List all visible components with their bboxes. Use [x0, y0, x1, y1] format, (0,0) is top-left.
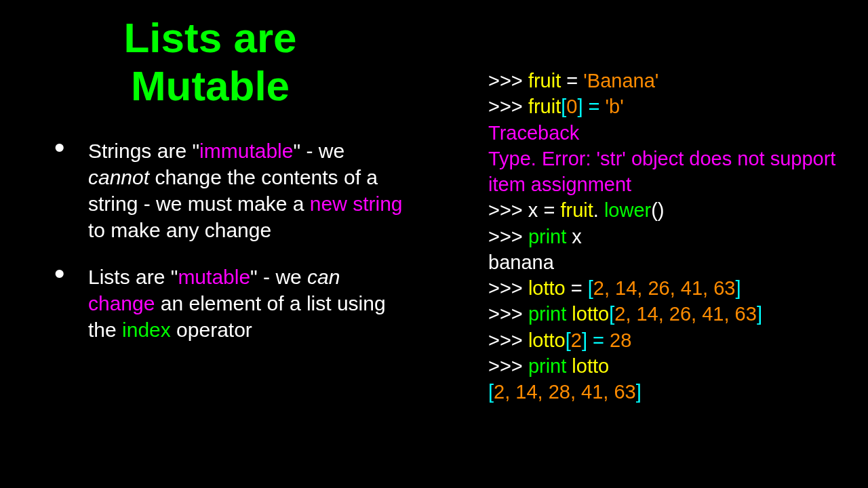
code-line: Type. Error: 'str' object does not suppo…	[488, 146, 841, 198]
bullet-list: Strings are "immutable" - we cannot chan…	[41, 138, 407, 343]
text: to make any change	[88, 219, 271, 241]
code-line: >>> lotto[2] = 28	[488, 327, 841, 353]
code-block: >>> fruit = 'Banana' >>> fruit[0] = 'b' …	[488, 68, 841, 405]
code-line: >>> print lotto	[488, 353, 841, 379]
text-italic: can	[307, 266, 340, 288]
code-line: Traceback	[488, 120, 841, 146]
text-highlight: immutable	[199, 140, 293, 162]
code-line: [2, 14, 28, 41, 63]	[488, 379, 841, 405]
code-column: >>> fruit = 'Banana' >>> fruit[0] = 'b' …	[420, 0, 868, 488]
code-line: >>> fruit = 'Banana'	[488, 68, 841, 94]
text-highlight: mutable	[178, 266, 250, 288]
slide-title: Lists are Mutable	[41, 14, 407, 110]
code-line: >>> lotto = [2, 14, 26, 41, 63]	[488, 275, 841, 301]
code-line: >>> fruit[0] = 'b'	[488, 94, 841, 119]
bullet-item-2: Lists are "mutable" - we can change an e…	[68, 264, 407, 343]
left-column: Lists are Mutable Strings are "immutable…	[0, 0, 420, 488]
text: Lists are "	[88, 266, 178, 288]
text-italic: cannot	[88, 166, 149, 188]
text: " - we	[250, 266, 307, 288]
code-line: banana	[488, 249, 841, 275]
text-highlight: index	[122, 319, 171, 341]
code-line: >>> print lotto[2, 14, 26, 41, 63]	[488, 301, 841, 327]
text: Strings are "	[88, 140, 199, 162]
code-line: >>> print x	[488, 224, 841, 249]
text: " - we	[293, 140, 344, 162]
text-highlight: new string	[310, 192, 403, 215]
bullet-item-1: Strings are "immutable" - we cannot chan…	[68, 138, 407, 243]
code-line: >>> x = fruit. lower()	[488, 197, 841, 223]
text-highlight: change	[88, 292, 155, 314]
text: operator	[171, 319, 252, 341]
